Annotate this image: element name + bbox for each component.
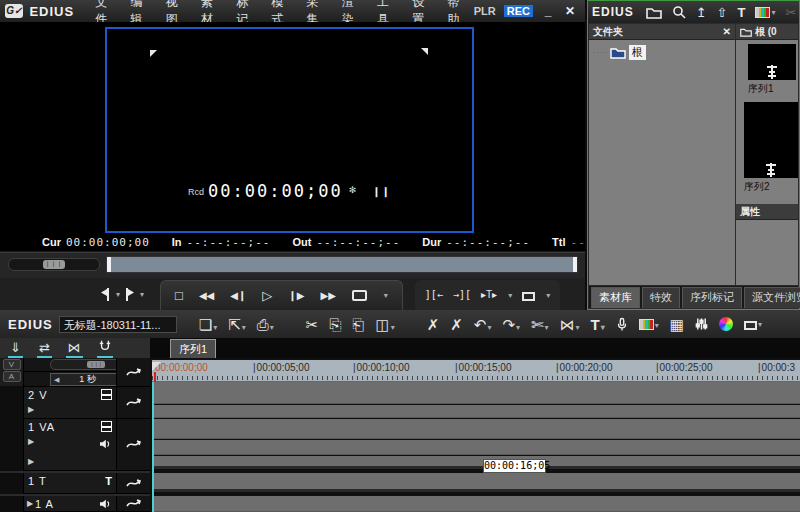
minimize-button[interactable]: _ [541, 4, 555, 18]
slider-handle[interactable]: ❘❘❘ [87, 361, 105, 368]
expand-icon[interactable]: ▶ [28, 437, 34, 446]
track-content-2v-sub[interactable] [152, 405, 800, 418]
track-content-1va-sub[interactable] [152, 456, 800, 469]
redo-icon[interactable]: ↷▾ [502, 317, 520, 332]
set-in-dropdown-icon[interactable]: ▾ [116, 290, 120, 299]
export-dropdown-icon[interactable]: ▾ [546, 291, 550, 300]
loop-dropdown-icon[interactable]: ▾ [384, 291, 388, 300]
set-out-point-icon[interactable] [124, 287, 135, 302]
video-track-icon[interactable] [101, 389, 112, 400]
import-to-bin-icon[interactable]: ⇧ [717, 6, 728, 19]
zoom-left-arrow-icon[interactable]: ◀ [51, 376, 62, 384]
plr-mode-button[interactable]: PLR [474, 5, 496, 17]
playhead-line[interactable] [152, 382, 154, 512]
monitor-layout-icon[interactable]: ▾ [744, 320, 762, 329]
title-tool-icon[interactable]: T [738, 6, 746, 19]
insert-mode-icon[interactable]: ⇓ [8, 339, 23, 358]
set-out-dropdown-icon[interactable]: ▾ [140, 290, 144, 299]
tab-sequence-markers[interactable]: 序列标记 [682, 287, 742, 308]
timeline-ruler[interactable]: 00:00:00;00 00:00:05;00 00:00:10;00 00:0… [152, 360, 800, 382]
tab-bin-library[interactable]: 素材库 [591, 287, 640, 308]
root-folder-label[interactable]: 根 [629, 45, 646, 60]
overwrite-mode-icon[interactable]: ⇄ [37, 339, 52, 358]
video-master-button[interactable]: V [3, 359, 21, 370]
cut-icon[interactable]: ✂ [306, 317, 319, 332]
play-around-dropdown-icon[interactable]: ▾ [508, 291, 512, 300]
ripple-delete-icon[interactable]: ✗ [450, 317, 463, 332]
duplicate-icon[interactable]: ◫▾ [375, 317, 394, 332]
tab-sequence-1[interactable]: 序列1 [170, 339, 216, 360]
track-content-2v[interactable] [152, 382, 800, 404]
up-folder-icon[interactable]: ↥ [696, 6, 707, 19]
tab-source-browser[interactable]: 源文件浏览 [744, 287, 800, 308]
snap-magnet-icon[interactable] [97, 339, 113, 358]
track-patch-cell[interactable] [116, 473, 150, 494]
delete-icon[interactable]: ✗ [427, 317, 440, 332]
expand-icon[interactable]: ▶ [28, 457, 34, 466]
track-patch-cell[interactable] [116, 387, 150, 419]
clip-label[interactable]: 序列1 [748, 82, 774, 96]
shuttle-handle[interactable]: ❘❘❘ [43, 260, 65, 269]
speaker-icon[interactable] [99, 499, 111, 509]
track-header-1t[interactable]: 1 T T [24, 473, 116, 494]
title-tool-icon[interactable]: T▾ [591, 317, 605, 332]
clip-label[interactable]: 序列2 [744, 180, 770, 194]
loop-display-icon[interactable] [352, 290, 367, 301]
track-header-1va[interactable]: 1 VA ▶ ▶ [24, 419, 116, 471]
expand-icon[interactable]: ▶ [27, 499, 33, 508]
video-track-icon[interactable] [101, 421, 112, 432]
new-folder-icon[interactable] [646, 6, 662, 19]
track-content-1va[interactable] [152, 419, 800, 439]
folder-panel-close-icon[interactable]: ✕ [723, 26, 731, 37]
voiceover-display-icon[interactable]: ▾ [639, 319, 659, 330]
position-end-marker[interactable] [573, 257, 577, 272]
add-cut-point-icon[interactable]: ✄▾ [531, 317, 549, 332]
step-back-button[interactable]: ◀❙ [230, 291, 246, 301]
title-track-icon[interactable]: T [105, 475, 112, 487]
copy-icon[interactable]: ⎘ [329, 317, 341, 332]
color-correction-icon[interactable] [719, 317, 733, 331]
expand-icon[interactable]: ▶ [28, 405, 34, 414]
shuttle-slider[interactable]: ❘❘❘ [8, 258, 100, 271]
stop-button[interactable]: □ [175, 289, 183, 302]
audio-mixer-icon[interactable] [695, 317, 708, 331]
microphone-icon[interactable] [616, 317, 628, 332]
fast-forward-button[interactable]: ▶▶ [320, 291, 335, 301]
position-bar[interactable] [106, 256, 578, 273]
speaker-icon[interactable] [99, 439, 111, 449]
goto-in-button[interactable]: ][← [425, 290, 443, 300]
clip-thumbnail[interactable] [748, 44, 796, 80]
ripple-mode-icon[interactable]: ⋈ [66, 339, 83, 358]
playhead-grip[interactable] [152, 362, 161, 371]
audio-master-button[interactable]: A [3, 371, 21, 382]
clip-thumbnail[interactable] [744, 102, 798, 178]
track-header-2v[interactable]: 2 V ▶ [24, 387, 116, 419]
search-icon[interactable] [672, 5, 686, 19]
track-content-1a[interactable] [152, 496, 800, 512]
track-header-1a[interactable]: ▶ 1 A [24, 496, 116, 512]
export-display-icon[interactable] [522, 292, 535, 301]
track-content-1t[interactable] [152, 473, 800, 492]
rewind-button[interactable]: ◀◀ [199, 291, 214, 301]
close-button[interactable]: ✕ [563, 4, 577, 18]
transition-icon[interactable]: ⋈▾ [560, 317, 580, 332]
tree-item-root[interactable]: ···· 根 [593, 45, 735, 60]
paste-icon[interactable]: ⎗ [352, 317, 364, 332]
master-patch-cell[interactable] [116, 358, 150, 387]
goto-out-button[interactable]: →][ [453, 290, 471, 300]
step-forward-button[interactable]: ❙▶ [288, 291, 304, 301]
set-in-point-icon[interactable] [100, 287, 111, 302]
save-project-icon[interactable]: ⎙▾ [257, 317, 274, 332]
monitor-colorbars-icon[interactable]: ▾ [755, 7, 775, 18]
track-patch-cell[interactable] [116, 496, 150, 512]
track-patch-cell[interactable] [116, 419, 150, 471]
new-sequence-icon[interactable]: ❏▾ [199, 317, 217, 332]
position-start-marker[interactable] [107, 257, 111, 272]
track-content-1va-audio[interactable] [152, 440, 800, 455]
tab-effects[interactable]: 特效 [642, 287, 680, 308]
open-project-icon[interactable]: ⇱▾ [228, 317, 246, 332]
play-button[interactable]: ▷ [262, 289, 272, 302]
play-around-button[interactable]: ▸T▸ [481, 290, 497, 300]
grid-icon[interactable]: ▦ [670, 317, 684, 332]
undo-icon[interactable]: ↶▾ [474, 317, 492, 332]
